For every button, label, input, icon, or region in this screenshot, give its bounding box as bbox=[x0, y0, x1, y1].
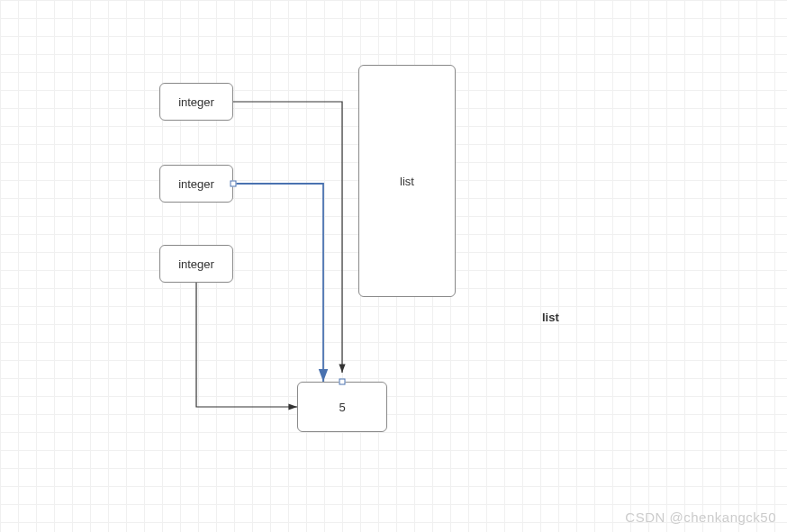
watermark-text: CSDN @chenkangck50 bbox=[625, 509, 776, 525]
node-five[interactable]: 5 bbox=[297, 382, 387, 432]
connection-handle[interactable] bbox=[339, 379, 346, 385]
node-label: list bbox=[400, 175, 414, 188]
free-label-list[interactable]: list bbox=[542, 311, 559, 324]
node-label: integer bbox=[178, 257, 214, 271]
node-integer-3[interactable]: integer bbox=[159, 245, 233, 283]
node-label: integer bbox=[178, 95, 214, 109]
node-integer-1[interactable]: integer bbox=[159, 83, 233, 121]
free-label-text: list bbox=[542, 311, 559, 324]
node-integer-2[interactable]: integer bbox=[159, 165, 233, 203]
connection-handle[interactable] bbox=[231, 181, 237, 187]
node-label: 5 bbox=[339, 401, 345, 414]
watermark: CSDN @chenkangck50 bbox=[625, 509, 776, 525]
node-label: integer bbox=[178, 177, 214, 191]
node-list[interactable]: list bbox=[358, 65, 456, 297]
